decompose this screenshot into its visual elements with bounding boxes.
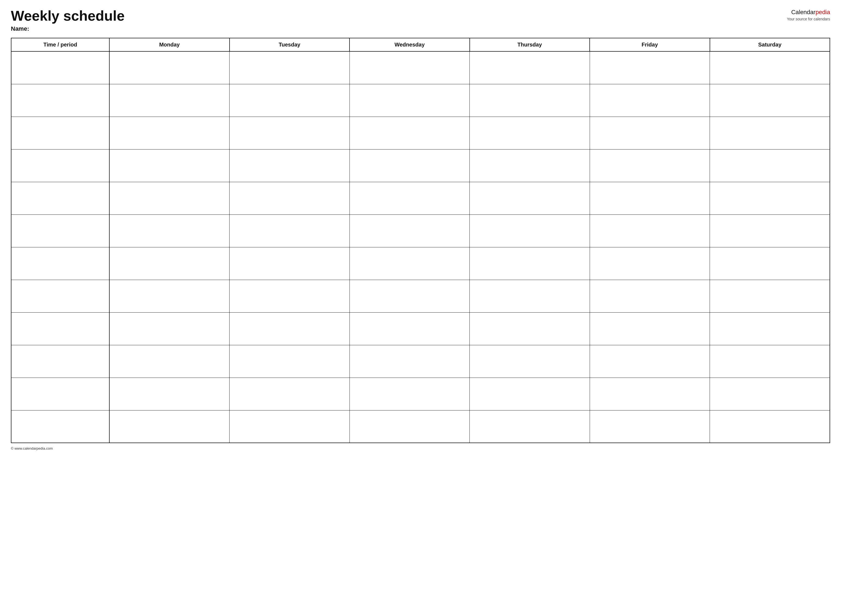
table-row: [11, 410, 830, 443]
table-row: [11, 312, 830, 345]
col-wednesday: Wednesday: [350, 38, 469, 51]
table-cell: [470, 117, 590, 149]
col-tuesday: Tuesday: [229, 38, 350, 51]
table-cell: [11, 84, 109, 117]
table-cell: [11, 149, 109, 182]
table-cell: [229, 345, 350, 378]
table-row: [11, 214, 830, 247]
table-cell: [590, 51, 710, 84]
table-cell: [109, 247, 229, 280]
table-cell: [710, 247, 830, 280]
col-friday: Friday: [590, 38, 710, 51]
table-cell: [590, 312, 710, 345]
table-cell: [710, 214, 830, 247]
table-cell: [109, 117, 229, 149]
table-cell: [229, 149, 350, 182]
logo-text: Calendarpedia: [787, 8, 830, 16]
table-cell: [229, 182, 350, 214]
table-cell: [229, 378, 350, 410]
table-cell: [11, 410, 109, 443]
logo-calendar-text: Calendar: [791, 9, 815, 16]
table-cell: [109, 84, 229, 117]
table-cell: [710, 378, 830, 410]
table-cell: [350, 149, 469, 182]
table-cell: [11, 312, 109, 345]
table-cell: [590, 280, 710, 312]
table-cell: [229, 312, 350, 345]
table-cell: [11, 117, 109, 149]
table-cell: [710, 345, 830, 378]
table-row: [11, 378, 830, 410]
table-cell: [11, 345, 109, 378]
table-cell: [229, 51, 350, 84]
schedule-table: Time / period Monday Tuesday Wednesday T…: [11, 38, 830, 443]
table-cell: [470, 214, 590, 247]
table-cell: [470, 149, 590, 182]
table-row: [11, 117, 830, 149]
table-cell: [710, 182, 830, 214]
table-cell: [229, 117, 350, 149]
table-cell: [229, 280, 350, 312]
col-thursday: Thursday: [470, 38, 590, 51]
page-header: Weekly schedule Name: Calendarpedia Your…: [11, 8, 830, 32]
table-cell: [350, 247, 469, 280]
logo-block: Calendarpedia Your source for calendars: [787, 8, 830, 22]
table-cell: [350, 312, 469, 345]
table-cell: [470, 410, 590, 443]
table-cell: [350, 51, 469, 84]
table-cell: [229, 247, 350, 280]
table-cell: [710, 280, 830, 312]
table-cell: [11, 214, 109, 247]
table-cell: [590, 84, 710, 117]
table-row: [11, 51, 830, 84]
logo-sub: Your source for calendars: [787, 16, 830, 22]
main-title: Weekly schedule: [11, 8, 125, 23]
table-cell: [109, 280, 229, 312]
table-cell: [470, 280, 590, 312]
table-row: [11, 84, 830, 117]
table-cell: [11, 280, 109, 312]
table-cell: [229, 410, 350, 443]
table-cell: [710, 84, 830, 117]
col-time: Time / period: [11, 38, 109, 51]
table-row: [11, 182, 830, 214]
table-cell: [109, 182, 229, 214]
table-body: [11, 51, 830, 443]
logo-pedia-text: pedia: [815, 9, 830, 16]
table-cell: [590, 117, 710, 149]
table-cell: [350, 345, 469, 378]
table-cell: [350, 182, 469, 214]
footer: © www.calendarpedia.com: [11, 446, 830, 450]
table-cell: [350, 117, 469, 149]
col-saturday: Saturday: [710, 38, 830, 51]
table-cell: [710, 149, 830, 182]
table-cell: [11, 247, 109, 280]
table-cell: [590, 247, 710, 280]
col-monday: Monday: [109, 38, 229, 51]
table-cell: [109, 51, 229, 84]
table-cell: [470, 312, 590, 345]
table-cell: [350, 378, 469, 410]
table-cell: [11, 378, 109, 410]
table-cell: [590, 410, 710, 443]
table-cell: [590, 345, 710, 378]
table-row: [11, 247, 830, 280]
table-row: [11, 280, 830, 312]
table-cell: [470, 247, 590, 280]
table-cell: [350, 214, 469, 247]
table-cell: [710, 312, 830, 345]
table-cell: [590, 378, 710, 410]
table-cell: [470, 378, 590, 410]
table-cell: [470, 51, 590, 84]
table-cell: [350, 84, 469, 117]
name-label: Name:: [11, 25, 125, 32]
table-cell: [590, 214, 710, 247]
table-cell: [710, 410, 830, 443]
table-cell: [229, 214, 350, 247]
table-cell: [109, 214, 229, 247]
table-cell: [11, 182, 109, 214]
table-header: Time / period Monday Tuesday Wednesday T…: [11, 38, 830, 51]
table-cell: [11, 51, 109, 84]
table-cell: [710, 117, 830, 149]
table-cell: [590, 149, 710, 182]
